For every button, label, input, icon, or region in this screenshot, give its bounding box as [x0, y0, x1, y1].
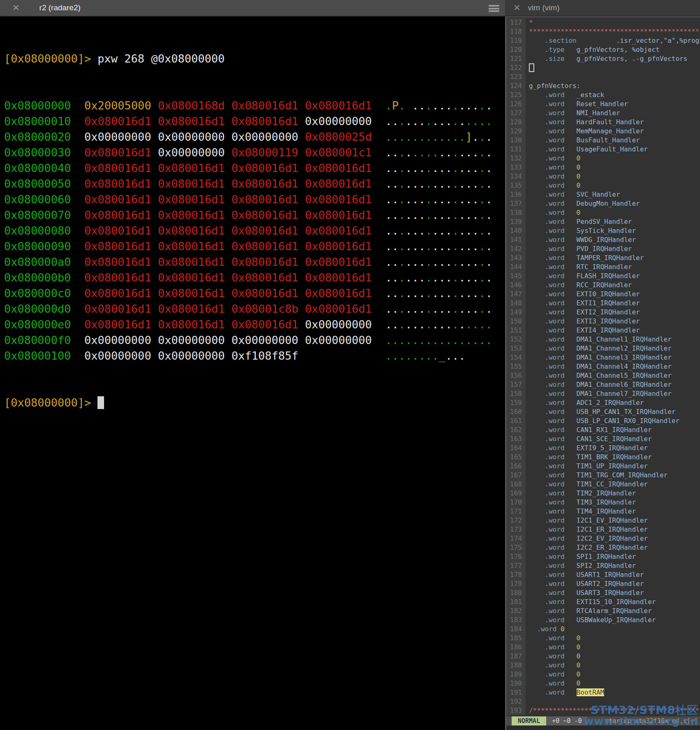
- code-line: 136 .word SVC_Handler: [506, 190, 700, 199]
- line-number: 151: [506, 326, 526, 335]
- line-number: 191: [506, 688, 526, 697]
- code-line: 152 .word DMA1_Channel1_IRQHandler: [506, 335, 700, 344]
- code-lines[interactable]: 117*118*********************************…: [506, 18, 700, 715]
- code-line: 130 .word BusFault_Handler: [506, 136, 700, 145]
- line-number: 188: [506, 661, 526, 670]
- line-number: 137: [506, 199, 526, 208]
- hex-row: 0x08000100 0x00000000 0x00000000 0xf108f…: [4, 348, 505, 364]
- code-line: 121 .size g_pfnVectors, .-g_pfnVectors: [506, 54, 700, 63]
- vim-window-titlebar[interactable]: ✕ vim (vim): [505, 0, 700, 16]
- line-number: 143: [506, 253, 526, 263]
- line-number: 183: [506, 616, 526, 625]
- code-line: 149 .word EXTI2_IRQHandler: [506, 308, 700, 317]
- r2-window-titlebar[interactable]: ✕ r2 (radare2): [0, 0, 505, 16]
- code-line: 125 .word _estack: [506, 91, 700, 100]
- menu-icon[interactable]: [489, 5, 499, 12]
- code-line: 183 .word USBWakeUp_IRQHandler: [506, 616, 700, 625]
- code-line: 179 .word USART2_IRQHandler: [506, 579, 700, 588]
- code-line: 167 .word TIM1_TRG_COM_IRQHandler: [506, 471, 700, 480]
- code-line: 133 .word 0: [506, 163, 700, 172]
- code-line: 169 .word TIM2_IRQHandler: [506, 489, 700, 498]
- vim-pane[interactable]: 117*118*********************************…: [505, 16, 700, 730]
- title-bar: ✕ r2 (radare2) ✕ vim (vim): [0, 0, 700, 16]
- line-number: 126: [506, 100, 526, 109]
- code-line: 178 .word USART1_IRQHandler: [506, 570, 700, 579]
- terminal-prompt: [0x08000000]>: [4, 396, 91, 409]
- code-line: 150 .word EXTI3_IRQHandler: [506, 317, 700, 326]
- line-number: 174: [506, 534, 526, 543]
- line-number: 184: [506, 625, 526, 634]
- code-line: 128 .word HardFault_Handler: [506, 118, 700, 127]
- code-line: 138 .word 0: [506, 208, 700, 217]
- code-line: 180 .word USART3_IRQHandler: [506, 588, 700, 597]
- line-number: 124: [506, 81, 526, 91]
- line-number: 176: [506, 552, 526, 561]
- line-number: 118: [506, 27, 526, 36]
- line-number: 180: [506, 588, 526, 597]
- terminal-prompt: [0x08000000]>: [4, 52, 91, 65]
- hex-row: 0x08000030 0x080016d1 0x00000000 0x08000…: [4, 145, 505, 160]
- code-line: 148 .word EXTI1_IRQHandler: [506, 299, 700, 308]
- code-line: 131 .word UsageFault_Handler: [506, 145, 700, 154]
- terminal-pane[interactable]: [0x08000000]>pxw 268 @0x08000000 0x08000…: [0, 16, 505, 730]
- line-number: 139: [506, 217, 526, 226]
- code-line: 182 .word RTCAlarm_IRQHandler: [506, 607, 700, 616]
- line-number: 161: [506, 416, 526, 425]
- hex-row: 0x080000b0 0x080016d1 0x080016d1 0x08001…: [4, 270, 505, 286]
- line-number: 164: [506, 444, 526, 453]
- change-counts: +0 ~0 -0: [546, 716, 587, 725]
- terminal-input-line[interactable]: [0x08000000]>: [4, 395, 505, 411]
- line-number: 178: [506, 570, 526, 579]
- line-number: 121: [506, 54, 526, 63]
- line-number: 142: [506, 244, 526, 253]
- line-number: 158: [506, 389, 526, 398]
- code-line: 165 .word TIM1_BRK_IRQHandler: [506, 453, 700, 462]
- line-number: 155: [506, 362, 526, 371]
- code-line: 170 .word TIM3_IRQHandler: [506, 498, 700, 507]
- line-number: 160: [506, 407, 526, 416]
- mode-indicator: NORMAL: [512, 716, 546, 725]
- hex-row: 0x08000000 0x20005000 0x0800168d 0x08001…: [4, 98, 505, 114]
- code-line: 172 .word I2C1_EV_IRQHandler: [506, 516, 700, 525]
- line-number: 119: [506, 36, 526, 45]
- line-number: 117: [506, 18, 526, 27]
- code-line: 163 .word CAN1_SCE_IRQHandler: [506, 435, 700, 444]
- line-number: 186: [506, 643, 526, 652]
- line-number: 179: [506, 579, 526, 588]
- line-number: 190: [506, 679, 526, 688]
- line-number: 157: [506, 380, 526, 389]
- line-number: 152: [506, 335, 526, 344]
- line-number: 168: [506, 480, 526, 489]
- hex-row: 0x080000a0 0x080016d1 0x080016d1 0x08001…: [4, 254, 505, 270]
- hex-row: 0x08000010 0x080016d1 0x080016d1 0x08001…: [4, 114, 505, 129]
- line-number: 173: [506, 525, 526, 534]
- code-line: 146 .word RCC_IRQHandler: [506, 281, 700, 290]
- hex-row: 0x08000090 0x080016d1 0x080016d1 0x08001…: [4, 239, 505, 254]
- r2-close-icon[interactable]: ✕: [12, 0, 20, 16]
- line-number: 189: [506, 670, 526, 679]
- hex-row: 0x08000020 0x00000000 0x00000000 0x00000…: [4, 129, 505, 145]
- r2-window-title: r2 (radare2): [39, 3, 81, 12]
- line-number: 166: [506, 462, 526, 471]
- code-line: 161 .word USB_LP_CAN1_RX0_IRQHandler: [506, 416, 700, 425]
- code-line: 122: [506, 63, 700, 72]
- hex-row: 0x080000f0 0x00000000 0x00000000 0x00000…: [4, 332, 505, 348]
- vim-close-icon[interactable]: ✕: [513, 0, 521, 16]
- line-number: 146: [506, 281, 526, 290]
- hex-row: 0x08000040 0x080016d1 0x080016d1 0x08001…: [4, 160, 505, 176]
- code-line: 144 .word RTC_IRQHandler: [506, 263, 700, 272]
- code-line: 118*************************************…: [506, 27, 700, 36]
- code-line: 129 .word MemManage_Handler: [506, 127, 700, 136]
- watermark-line2: www.stmcu.org.cn: [584, 715, 698, 727]
- line-number: 162: [506, 425, 526, 435]
- line-number: 167: [506, 471, 526, 480]
- terminal-command: pxw 268 @0x08000000: [97, 52, 225, 65]
- code-line: 119 .section .isr_vector,"a",%progbits: [506, 36, 700, 45]
- code-line: 155 .word DMA1_Channel4_IRQHandler: [506, 362, 700, 371]
- code-line: 166 .word TIM1_UP_IRQHandler: [506, 462, 700, 471]
- line-number: 135: [506, 181, 526, 190]
- code-line: 189 .word 0: [506, 670, 700, 679]
- line-number: 133: [506, 163, 526, 172]
- line-number: 150: [506, 317, 526, 326]
- hex-row: 0x08000070 0x080016d1 0x080016d1 0x08001…: [4, 207, 505, 223]
